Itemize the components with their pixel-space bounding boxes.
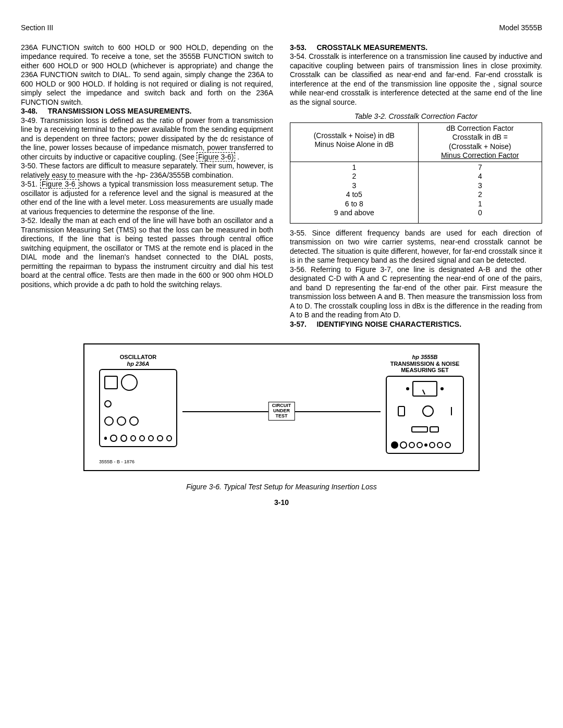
para-text: 3-49. Transmission loss is defined as th… [21, 116, 273, 161]
figure-caption: Figure 3-6. Typical Test Setup for Measu… [21, 483, 542, 492]
figure-frame: OSCILLATOR hp 236A [83, 343, 480, 471]
heading-text: CROSSTALK MEASUREMENTS. [316, 43, 427, 52]
figure-3-6: OSCILLATOR hp 236A [21, 343, 542, 492]
left-column: 236A FUNCTION switch to 600 HOLD or 900 … [21, 43, 273, 329]
columns: 236A FUNCTION switch to 600 HOLD or 900 … [21, 43, 542, 329]
figure-3-6-link[interactable]: Figure 3-6) [197, 152, 235, 162]
tms-block: hp 3555B TRANSMISSION & NOISE MEASURING … [386, 354, 464, 454]
tms-label-2: MEASURING SET [386, 367, 464, 374]
table-caption: Table 3-2. Crosstalk Correction Factor [290, 112, 542, 121]
heading-num: 3-53. [290, 43, 307, 52]
para-3-49: 3-49. Transmission loss is defined as th… [21, 116, 273, 162]
heading-num: 3-48. [21, 107, 38, 115]
part-number: 3555B - B - 1876 [99, 459, 464, 465]
circuit-under-test-label: CIRCUIT UNDER TEST [268, 402, 295, 421]
para-text-a: 3-51. [21, 180, 40, 188]
oscillator-block: OSCILLATOR hp 236A [99, 354, 177, 447]
para-text-end: . [237, 153, 239, 161]
heading-3-53: 3-53. CROSSTALK MEASUREMENTS. [290, 43, 542, 53]
figure-3-6-link[interactable]: Figure 3-6 [40, 179, 80, 189]
osc-label-1: OSCILLATOR [99, 354, 177, 361]
right-column: 3-53. CROSSTALK MEASUREMENTS. 3-54. Cros… [290, 43, 542, 329]
osc-label-2: hp 236A [99, 361, 177, 367]
heading-text: TRANSMISSION LOSS MEASUREMENTS. [47, 107, 191, 115]
tms-panel [386, 376, 464, 454]
heading-3-57: 3-57. IDENTIFYING NOISE CHARACTERISTICS. [290, 320, 542, 329]
heading-num: 3-57. [290, 320, 307, 328]
para-3-51: 3-51. Figure 3-6 shows a typical transmi… [21, 180, 273, 216]
table-body-left: 1 2 3 4 to5 6 to 8 9 and above [290, 162, 419, 223]
para-3-47-cont: 236A FUNCTION switch to 600 HOLD or 900 … [21, 43, 273, 107]
page-number: 3-10 [21, 498, 542, 508]
para-3-50: 3-50. These factors are difficult to mea… [21, 162, 273, 180]
para-3-55: 3-55. Since different frequency bands ar… [290, 229, 542, 265]
para-3-56: 3-56. Referring to Figure 3-7, one line … [290, 265, 542, 320]
tms-label-1: TRANSMISSION & NOISE [386, 361, 464, 367]
model-label: Model 3555B [499, 23, 542, 33]
heading-3-48: 3-48. TRANSMISSION LOSS MEASUREMENTS. [21, 107, 273, 116]
osc-panel [99, 369, 177, 447]
connection-line: CIRCUIT UNDER TEST [177, 354, 386, 442]
col1-header: (Crosstalk + Noise) in dB Minus Noise Al… [290, 122, 419, 162]
section-label: Section III [21, 23, 53, 33]
tms-label-0: hp 3555B [386, 354, 464, 361]
col2-header: dB Correction Factor Crosstalk in dB = (… [418, 122, 542, 162]
table-body-right: 7 4 3 2 1 0 [418, 162, 542, 223]
page-header: Section III Model 3555B [21, 23, 542, 33]
heading-text: IDENTIFYING NOISE CHARACTERISTICS. [316, 320, 461, 328]
para-3-54: 3-54. Crosstalk is interference on a tra… [290, 52, 542, 107]
crosstalk-table: (Crosstalk + Noise) in dB Minus Noise Al… [290, 122, 542, 224]
para-3-52: 3-52. Ideally the man at each end of the… [21, 216, 273, 289]
